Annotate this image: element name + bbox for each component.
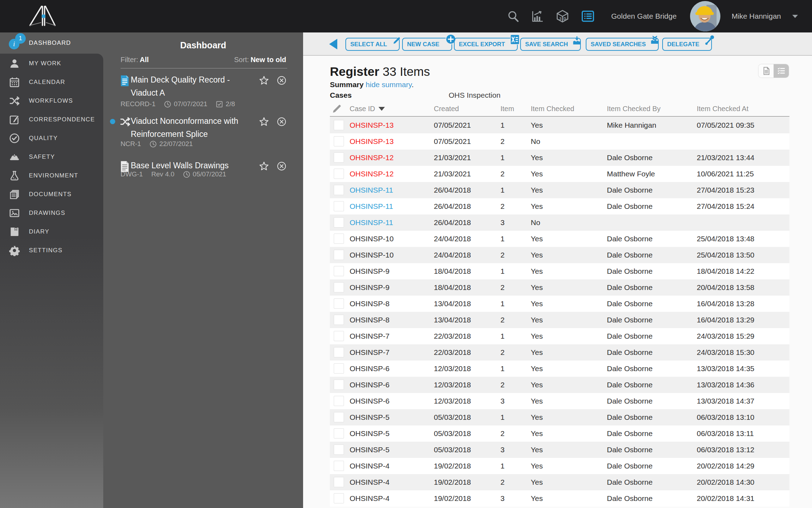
row-checkbox[interactable] — [334, 250, 344, 260]
table-row[interactable]: OHSINSP-1126/04/20181YesDale Osborne27/0… — [330, 182, 789, 198]
cell-case-id[interactable]: OHSINSP-4 — [350, 458, 389, 474]
dismiss-icon[interactable] — [277, 161, 287, 171]
table-row[interactable]: OHSINSP-1024/04/20182YesDale Osborne25/0… — [330, 247, 789, 263]
row-checkbox[interactable] — [334, 396, 344, 406]
table-row[interactable]: OHSINSP-813/04/20182YesDale Osborne16/04… — [330, 312, 789, 328]
row-checkbox[interactable] — [334, 347, 344, 357]
table-row[interactable]: OHSINSP-1221/03/20212YesMatthew Foyle10/… — [330, 166, 789, 182]
cell-case-id[interactable]: OHSINSP-9 — [350, 263, 389, 279]
sidebar-item-quality[interactable]: QUALITY — [0, 129, 103, 147]
cell-case-id[interactable]: OHSINSP-10 — [350, 231, 394, 247]
user-menu-caret-icon[interactable] — [792, 15, 798, 18]
avatar[interactable] — [690, 1, 720, 31]
cell-case-id[interactable]: OHSINSP-11 — [350, 182, 393, 198]
row-checkbox[interactable] — [334, 234, 344, 244]
row-checkbox[interactable] — [334, 185, 344, 195]
select-all-button[interactable]: SELECT ALL — [345, 38, 400, 51]
sidebar-item-calendar[interactable]: CALENDAR — [0, 73, 103, 91]
row-checkbox[interactable] — [334, 428, 344, 439]
row-checkbox[interactable] — [334, 169, 344, 179]
table-row[interactable]: OHSINSP-722/03/20181YesDale Osborne24/03… — [330, 328, 789, 344]
excel-export-button[interactable]: EXCEL EXPORT — [454, 38, 518, 51]
hide-summary-link[interactable]: hide summary — [366, 80, 412, 89]
table-row[interactable]: OHSINSP-612/03/20181YesDale Osborne13/03… — [330, 361, 789, 377]
register-view-icon[interactable] — [581, 9, 595, 23]
list-view-icon[interactable] — [774, 64, 789, 78]
sidebar-item-settings[interactable]: SETTINGS — [0, 241, 103, 260]
sidebar-item-workflows[interactable]: WORKFLOWS — [0, 92, 103, 110]
new-case-button[interactable]: NEW CASE — [402, 38, 452, 51]
project-name[interactable]: Golden Gate Bridge — [611, 12, 677, 20]
cell-case-id[interactable]: OHSINSP-10 — [350, 247, 394, 263]
table-row[interactable]: OHSINSP-918/04/20182YesDale Osborne20/04… — [330, 279, 789, 296]
3d-model-icon[interactable]: 3 D — [555, 9, 570, 23]
cell-case-id[interactable]: OHSINSP-5 — [350, 442, 389, 458]
table-row[interactable]: OHSINSP-1024/04/20181YesDale Osborne25/0… — [330, 231, 789, 247]
row-checkbox[interactable] — [334, 380, 344, 390]
row-checkbox[interactable] — [334, 412, 344, 422]
column-header-item[interactable]: Item — [500, 105, 514, 113]
row-checkbox[interactable] — [334, 477, 344, 487]
column-header-case-id[interactable]: Case ID — [350, 105, 385, 113]
app-logo-icon[interactable] — [29, 5, 56, 28]
cell-case-id[interactable]: OHSINSP-5 — [350, 425, 389, 442]
save-search-button[interactable]: SAVE SEARCH — [520, 38, 581, 51]
cell-case-id[interactable]: OHSINSP-12 — [350, 150, 394, 166]
row-checkbox[interactable] — [334, 315, 344, 325]
saved-searches-button[interactable]: SAVED SEARCHES — [586, 38, 659, 51]
cell-case-id[interactable]: OHSINSP-5 — [350, 409, 389, 425]
column-header-item-checked-at[interactable]: Item Checked At — [697, 105, 749, 113]
cell-case-id[interactable]: OHSINSP-8 — [350, 312, 389, 328]
table-row[interactable]: OHSINSP-1221/03/20211YesDale Osborne21/0… — [330, 150, 789, 166]
sidebar-item-correspondence[interactable]: CORRESPONDENCE — [0, 110, 103, 129]
sidebar-item-safety[interactable]: SAFETY — [0, 148, 103, 166]
sidebar-item-documents[interactable]: DOCUMENTS — [0, 185, 103, 204]
table-row[interactable]: OHSINSP-722/03/20182YesDale Osborne24/03… — [330, 344, 789, 361]
table-row[interactable]: OHSINSP-505/03/20182YesDale Osborne06/03… — [330, 425, 789, 442]
row-checkbox[interactable] — [334, 282, 344, 292]
column-header-item-checked[interactable]: Item Checked — [531, 105, 574, 113]
cell-case-id[interactable]: OHSINSP-6 — [350, 377, 389, 393]
row-checkbox[interactable] — [334, 201, 344, 211]
cell-case-id[interactable]: OHSINSP-13 — [350, 133, 394, 150]
table-row[interactable]: OHSINSP-505/03/20183YesDale Osborne06/03… — [330, 442, 789, 458]
user-name[interactable]: Mike Hannigan — [732, 12, 781, 20]
column-header-item-checked-by[interactable]: Item Checked By — [607, 105, 660, 113]
table-row[interactable]: OHSINSP-419/02/20181YesDale Osborne20/02… — [330, 458, 789, 474]
row-checkbox[interactable] — [334, 363, 344, 374]
cell-case-id[interactable]: OHSINSP-7 — [350, 344, 389, 361]
search-icon[interactable] — [507, 10, 519, 23]
back-icon[interactable] — [329, 39, 337, 49]
cell-case-id[interactable]: OHSINSP-7 — [350, 328, 389, 344]
star-icon[interactable] — [259, 75, 269, 86]
row-checkbox[interactable] — [334, 136, 344, 146]
cell-case-id[interactable]: OHSINSP-8 — [350, 296, 389, 312]
cell-case-id[interactable]: OHSINSP-4 — [350, 490, 389, 507]
cell-case-id[interactable]: OHSINSP-13 — [350, 117, 394, 133]
edit-column-icon[interactable] — [332, 103, 342, 114]
dismiss-icon[interactable] — [277, 75, 287, 85]
dismiss-icon[interactable] — [277, 117, 287, 127]
star-icon[interactable] — [259, 116, 269, 127]
row-checkbox[interactable] — [334, 217, 344, 228]
row-checkbox[interactable] — [334, 152, 344, 163]
table-row[interactable]: OHSINSP-612/03/20182YesDale Osborne13/03… — [330, 377, 789, 393]
table-row[interactable]: OHSINSP-813/04/20181YesDale Osborne16/04… — [330, 296, 789, 312]
table-row[interactable]: OHSINSP-419/02/20182YesDale Osborne20/02… — [330, 474, 789, 490]
cell-case-id[interactable]: OHSINSP-9 — [350, 279, 389, 296]
row-checkbox[interactable] — [334, 445, 344, 455]
sidebar-item-my-work[interactable]: MY WORK — [0, 54, 103, 73]
table-row[interactable]: OHSINSP-505/03/20181YesDale Osborne06/03… — [330, 409, 789, 425]
table-row[interactable]: OHSINSP-1126/04/20182YesDale Osborne27/0… — [330, 198, 789, 214]
document-view-icon[interactable] — [758, 64, 774, 78]
row-checkbox[interactable] — [334, 461, 344, 471]
sidebar-item-environment[interactable]: ENVIRONMENT — [0, 167, 103, 185]
sort-control[interactable]: Sort: New to old — [234, 56, 286, 64]
row-checkbox[interactable] — [334, 266, 344, 276]
cell-case-id[interactable]: OHSINSP-4 — [350, 474, 389, 490]
row-checkbox[interactable] — [334, 120, 344, 130]
table-row[interactable]: OHSINSP-1307/05/20212No — [330, 133, 789, 150]
column-header-created[interactable]: Created — [434, 105, 459, 113]
filter-control[interactable]: Filter: All — [121, 56, 149, 64]
cell-case-id[interactable]: OHSINSP-12 — [350, 166, 394, 182]
